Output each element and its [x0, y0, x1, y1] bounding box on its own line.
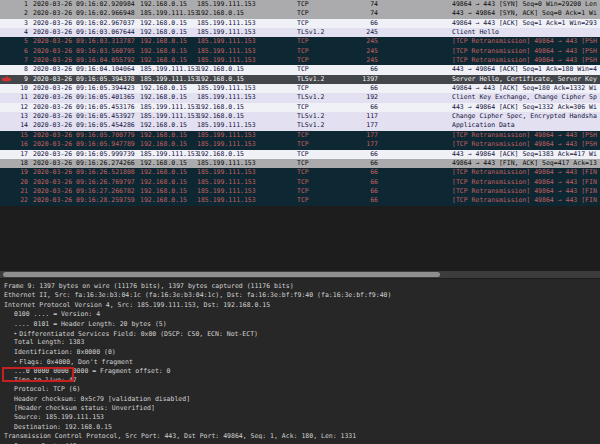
- cell-info: [TCP Retransmission] 49864 → 443 [FIN: [452, 168, 600, 177]
- cell-no: 18: [0, 159, 28, 168]
- cell-time: 2020-03-26 09:16:26.521808: [33, 168, 135, 177]
- expand-arrow-icon[interactable]: ▸: [14, 329, 17, 338]
- packet-row[interactable]: 112020-03-26 09:16:05.401365192.168.0.15…: [0, 93, 600, 102]
- packet-row[interactable]: 102020-03-26 09:16:05.394423192.168.0.15…: [0, 84, 600, 93]
- detail-line[interactable]: Internet Protocol Version 4, Src: 185.19…: [4, 301, 600, 310]
- cell-length: 66: [330, 178, 378, 187]
- cell-length: 66: [330, 187, 378, 196]
- cell-info: [TCP Retransmission] 49864 → 443 [PSH: [452, 131, 600, 140]
- cell-no: 3: [0, 19, 28, 28]
- detail-line-text: ...0 0000 0000 0000 = Fragment offset: 0: [14, 367, 171, 375]
- cell-source: 192.168.0.15: [140, 196, 187, 205]
- detail-line[interactable]: ...0 0000 0000 0000 = Fragment offset: 0: [4, 367, 600, 376]
- packet-row[interactable]: 32020-03-26 09:16:02.967037192.168.0.151…: [0, 19, 600, 28]
- cell-source: 192.168.0.15: [140, 28, 187, 37]
- detail-line[interactable]: Source: 185.199.111.153: [4, 413, 600, 422]
- detail-line[interactable]: Identification: 0x0000 (0): [4, 348, 600, 357]
- cell-protocol: TCP: [297, 131, 309, 140]
- cell-time: 2020-03-26 09:16:05.999739: [33, 150, 135, 159]
- detail-line[interactable]: Header checksum: 0x5c79 [validation disa…: [4, 395, 600, 404]
- cell-length: 66: [330, 84, 378, 93]
- cell-protocol: TCP: [297, 168, 309, 177]
- detail-line[interactable]: Time to live: 47: [4, 376, 600, 385]
- packet-row[interactable]: 222020-03-26 09:16:28.259759192.168.0.15…: [0, 196, 600, 205]
- packet-row[interactable]: 72020-03-26 09:16:04.055792192.168.0.151…: [0, 56, 600, 65]
- cell-protocol: TCP: [297, 150, 309, 159]
- cell-info: [TCP Retransmission] 49864 → 443 [PSH: [452, 140, 600, 149]
- detail-line[interactable]: [Header checksum status: Unverified]: [4, 404, 600, 413]
- cell-destination: 185.199.111.153: [197, 131, 256, 140]
- cell-info: [TCP Retransmission] 49864 → 443 [FIN: [452, 187, 600, 196]
- packet-row[interactable]: 82020-03-26 09:16:04.104064185.199.111.1…: [0, 65, 600, 74]
- cell-destination: 185.199.111.153: [197, 140, 256, 149]
- cell-no: 14: [0, 121, 28, 130]
- cell-protocol: TCP: [297, 187, 309, 196]
- packet-row[interactable]: 92020-03-26 09:16:05.394378185.199.111.1…: [0, 75, 600, 84]
- cell-no: 15: [0, 131, 28, 140]
- cell-protocol: TLSv1.2: [297, 93, 324, 102]
- cell-time: 2020-03-26 09:16:05.394423: [33, 84, 135, 93]
- expand-arrow-icon[interactable]: ▸: [14, 357, 17, 366]
- detail-line-text: Protocol: TCP (6): [14, 385, 81, 393]
- packet-row[interactable]: 182020-03-26 09:16:26.274266192.168.0.15…: [0, 159, 600, 168]
- packet-row[interactable]: 122020-03-26 09:16:05.453176185.199.111.…: [0, 103, 600, 112]
- detail-line-text: Internet Protocol Version 4, Src: 185.19…: [4, 301, 270, 309]
- cell-info: [TCP Retransmission] 49864 → 443 [PSH: [452, 37, 600, 46]
- packet-row[interactable]: 152020-03-26 09:16:05.700779192.168.0.15…: [0, 131, 600, 140]
- detail-line[interactable]: Frame 9: 1397 bytes on wire (11176 bits)…: [4, 282, 600, 291]
- cell-info: Client Hello: [452, 28, 600, 37]
- cell-source: 192.168.0.15: [140, 0, 187, 9]
- packet-row[interactable]: 212020-03-26 09:16:27.266782192.168.0.15…: [0, 187, 600, 196]
- packet-row[interactable]: 62020-03-26 09:16:03.560795192.168.0.151…: [0, 47, 600, 56]
- detail-line-text: Destination: 192.168.0.15: [14, 423, 112, 431]
- cell-time: 2020-03-26 09:16:05.401365: [33, 93, 135, 102]
- cell-time: 2020-03-26 09:16:05.700779: [33, 131, 135, 140]
- cell-info: Server Hello, Certificate, Server Key: [452, 75, 600, 84]
- cell-time: 2020-03-26 09:16:05.453176: [33, 103, 135, 112]
- detail-line-text: Flags: 0x4000, Don't fragment: [19, 358, 133, 366]
- cell-no: 5: [0, 37, 28, 46]
- detail-line[interactable]: ▸Differentiated Services Field: 0x00 (DS…: [4, 329, 600, 338]
- packet-row[interactable]: 162020-03-26 09:16:05.947789192.168.0.15…: [0, 140, 600, 149]
- packet-row[interactable]: 12020-03-26 09:16:02.920984192.168.0.151…: [0, 0, 600, 9]
- cell-destination: 185.199.111.153: [197, 47, 256, 56]
- packet-row[interactable]: 22020-03-26 09:16:02.966948185.199.111.1…: [0, 9, 600, 18]
- detail-line[interactable]: 0100 .... = Version: 4: [4, 310, 600, 319]
- cell-destination: 185.199.111.153: [197, 28, 256, 37]
- packet-row[interactable]: 192020-03-26 09:16:26.521808192.168.0.15…: [0, 168, 600, 177]
- packet-row[interactable]: 52020-03-26 09:16:03.313787192.168.0.151…: [0, 37, 600, 46]
- detail-line[interactable]: Total Length: 1383: [4, 338, 600, 347]
- cell-no: 10: [0, 84, 28, 93]
- detail-line[interactable]: .... 0101 = Header Length: 20 bytes (5): [4, 320, 600, 329]
- cell-destination: 185.199.111.153: [197, 168, 256, 177]
- horizontal-scrollbar[interactable]: [0, 271, 600, 278]
- detail-line[interactable]: ▸Flags: 0x4000, Don't fragment: [4, 357, 600, 366]
- detail-line[interactable]: Transmission Control Protocol, Src Port:…: [4, 432, 600, 441]
- cell-source: 192.168.0.15: [140, 19, 187, 28]
- cell-time: 2020-03-26 09:16:05.394378: [33, 75, 135, 84]
- detail-line[interactable]: Protocol: TCP (6): [4, 385, 600, 394]
- cell-protocol: TCP: [297, 196, 309, 205]
- cell-info: 443 → 49864 [SYN, ACK] Seq=0 Ack=1 Wi: [452, 9, 600, 18]
- cell-destination: 185.199.111.153: [197, 121, 256, 130]
- cell-length: 245: [330, 47, 378, 56]
- packet-row[interactable]: 142020-03-26 09:16:05.454286192.168.0.15…: [0, 121, 600, 130]
- packet-row[interactable]: 202020-03-26 09:16:26.769797192.168.0.15…: [0, 178, 600, 187]
- cell-source: 185.199.111.153: [140, 103, 199, 112]
- detail-line-text: Time to live: 47: [14, 376, 77, 384]
- cell-no: 17: [0, 150, 28, 159]
- scrollbar-thumb[interactable]: [3, 272, 440, 277]
- packet-row[interactable]: 42020-03-26 09:16:03.067644192.168.0.151…: [0, 28, 600, 37]
- cell-length: 66: [330, 103, 378, 112]
- cell-no: 7: [0, 56, 28, 65]
- detail-lines: Frame 9: 1397 bytes on wire (11176 bits)…: [4, 282, 600, 444]
- cell-destination: 185.199.111.153: [197, 0, 256, 9]
- cell-no: 1: [0, 0, 28, 9]
- detail-line[interactable]: Ethernet II, Src: fa:16:3e:b3:04:1c (fa:…: [4, 291, 600, 300]
- cell-time: 2020-03-26 09:16:03.560795: [33, 47, 135, 56]
- packet-row[interactable]: 172020-03-26 09:16:05.999739185.199.111.…: [0, 150, 600, 159]
- detail-line-text: 0100 .... = Version: 4: [14, 310, 100, 318]
- cell-source: 192.168.0.15: [140, 131, 187, 140]
- detail-line[interactable]: Destination: 192.168.0.15: [4, 423, 600, 432]
- packet-row[interactable]: 132020-03-26 09:16:05.453927185.199.111.…: [0, 112, 600, 121]
